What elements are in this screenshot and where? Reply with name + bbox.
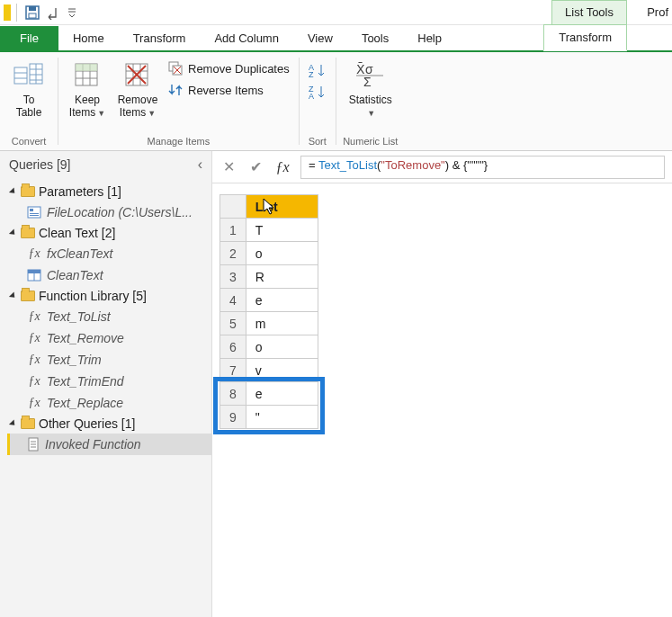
tab-add-column[interactable]: Add Column — [200, 26, 293, 50]
list-row[interactable]: 3R — [220, 265, 318, 289]
tab-view[interactable]: View — [293, 26, 347, 50]
tree-group-header[interactable]: Other Queries [1] — [7, 414, 211, 434]
reverse-items-icon — [168, 83, 183, 97]
list-row[interactable]: 4e — [220, 289, 318, 312]
svg-text:Σ: Σ — [363, 75, 372, 89]
function-icon: ƒx — [27, 396, 41, 410]
tab-list-transform[interactable]: Transform — [543, 24, 627, 51]
svg-rect-37 — [30, 213, 39, 214]
tree-group-label: Other Queries [1] — [39, 416, 135, 431]
tree-item[interactable]: ƒxText_Trim — [7, 349, 211, 371]
tree-item[interactable]: ƒxText_ToList — [7, 306, 211, 327]
list-icon — [27, 437, 40, 452]
function-icon: ƒx — [27, 309, 41, 324]
statistics-button[interactable]: X̄σΣ Statistics▼ — [342, 56, 399, 120]
table-icon — [27, 269, 41, 282]
fx-icon[interactable]: ƒx — [273, 159, 291, 175]
list-row[interactable]: 2o — [220, 242, 318, 265]
remove-items-icon — [124, 59, 151, 92]
tree-item[interactable]: ƒxText_TrimEnd — [7, 371, 211, 392]
tree-item[interactable]: CleanText — [7, 264, 211, 286]
list-row[interactable]: 1T — [220, 219, 318, 242]
remove-items-button[interactable]: Remove Items▼ — [114, 56, 161, 120]
sort-asc-button[interactable]: AZ — [305, 61, 330, 79]
tree-item-label: Invoked Function — [45, 437, 141, 452]
commit-formula-icon[interactable]: ✔ — [246, 158, 264, 175]
tree-item[interactable]: ƒxfxCleanText — [7, 243, 211, 264]
row-number: 2 — [220, 242, 246, 265]
queries-tree: Parameters [1]FileLocation (C:\Users\L..… — [0, 178, 211, 459]
row-value: o — [246, 242, 318, 265]
svg-text:A: A — [309, 92, 314, 99]
list-row[interactable]: 9" — [220, 406, 318, 429]
parameter-icon — [27, 206, 41, 219]
svg-rect-36 — [30, 209, 33, 211]
collapse-panel-icon[interactable]: ‹ — [198, 156, 202, 173]
svg-rect-35 — [28, 207, 40, 218]
expand-triangle-icon — [9, 291, 17, 300]
list-table[interactable]: List1T2o3R4e5m6o7v8e9" — [220, 194, 318, 429]
ribbon-group-numeric: X̄σΣ Statistics▼ Numeric List — [336, 52, 405, 150]
tree-item-label: Text_Replace — [47, 396, 123, 410]
tab-transform[interactable]: Transform — [119, 26, 201, 50]
save-icon[interactable] — [22, 3, 42, 22]
tree-group-header[interactable]: Parameters [1] — [7, 182, 211, 201]
ribbon-group-sort: AZ ZA Sort — [300, 52, 336, 150]
sort-desc-button[interactable]: ZA — [305, 83, 330, 101]
tree-item[interactable]: ƒxText_Remove — [7, 327, 211, 349]
undo-icon[interactable] — [42, 3, 62, 22]
expand-triangle-icon — [9, 187, 17, 195]
tree-group-header[interactable]: Function Library [5] — [7, 286, 211, 306]
data-preview: List1T2o3R4e5m6o7v8e9" — [212, 183, 672, 429]
row-number: 7 — [220, 359, 246, 382]
list-row[interactable]: 8e — [220, 382, 318, 406]
list-row[interactable]: 6o — [220, 335, 318, 359]
queries-header: Queries [9] ‹ — [0, 151, 211, 178]
cancel-formula-icon[interactable]: ✕ — [220, 158, 237, 175]
svg-text:Z: Z — [309, 70, 314, 77]
tab-file[interactable]: File — [0, 26, 58, 50]
tree-item[interactable]: ƒxText_Replace — [7, 392, 211, 414]
row-value: e — [246, 289, 318, 312]
function-icon: ƒx — [27, 331, 41, 345]
folder-icon — [21, 186, 35, 197]
keep-items-button[interactable]: Keep Items▼ — [64, 56, 111, 120]
tab-tools[interactable]: Tools — [347, 26, 403, 50]
to-table-icon — [13, 59, 44, 92]
row-value: o — [246, 335, 318, 359]
keep-items-label: Keep Items▼ — [69, 94, 105, 120]
list-header[interactable]: List — [246, 195, 318, 219]
remove-duplicates-label: Remove Duplicates — [188, 62, 290, 76]
tab-help[interactable]: Help — [403, 26, 456, 50]
tab-home[interactable]: Home — [58, 26, 119, 50]
function-icon: ƒx — [27, 374, 41, 389]
tree-item[interactable]: FileLocation (C:\Users\L... — [7, 201, 211, 223]
chevron-down-icon: ▼ — [148, 109, 156, 118]
row-value: m — [246, 312, 318, 335]
row-number: 6 — [220, 335, 246, 359]
group-label-sort: Sort — [309, 134, 327, 148]
remove-duplicates-button[interactable]: Remove Duplicates — [165, 59, 293, 77]
group-label-numeric: Numeric List — [343, 134, 398, 148]
group-label-manage: Manage Items — [148, 134, 211, 148]
sort-desc-icon: ZA — [309, 85, 327, 99]
tree-group-header[interactable]: Clean Text [2] — [7, 223, 211, 243]
row-value: " — [246, 406, 318, 429]
manage-small-buttons: Remove Duplicates Reverse Items — [165, 56, 293, 120]
function-icon: ƒx — [27, 353, 41, 367]
to-table-button[interactable]: To Table — [5, 56, 52, 119]
row-number: 3 — [220, 265, 246, 289]
ribbon-group-convert: To Table Convert — [0, 52, 58, 150]
svg-rect-3 — [14, 67, 27, 84]
list-row[interactable]: 5m — [220, 312, 318, 335]
qat-dropdown-icon[interactable] — [62, 3, 82, 22]
reverse-items-button[interactable]: Reverse Items — [165, 81, 293, 99]
content-panel: ✕ ✔ ƒx = Text_ToList("ToRemove") & {""""… — [212, 151, 672, 617]
reverse-items-label: Reverse Items — [188, 84, 264, 97]
statistics-label: Statistics▼ — [349, 94, 392, 120]
row-number: 9 — [220, 406, 246, 429]
list-row[interactable]: 7v — [220, 359, 318, 382]
queries-panel: Queries [9] ‹ Parameters [1]FileLocation… — [0, 151, 212, 617]
tree-item[interactable]: Invoked Function — [7, 434, 211, 455]
formula-input[interactable]: = Text_ToList("ToRemove") & {""""} — [300, 156, 665, 179]
